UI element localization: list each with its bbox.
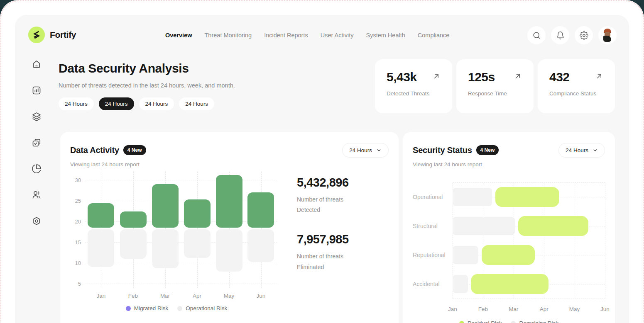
stat-label: Response Time	[468, 90, 522, 97]
bar-residual-risk-reputational	[482, 245, 535, 265]
data-activity-chart: 51015202530 JanFebMarAprMayJun Migrated …	[70, 172, 283, 311]
stat-cards: 5,43kDetected Threats125sResponse Time43…	[375, 59, 615, 113]
data-activity-header: Data Activity 4 New 24 Hours	[70, 142, 389, 158]
nav-item-system-health[interactable]: System Health	[366, 32, 405, 39]
gear-icon	[580, 31, 588, 40]
legend-item-residual-risk: Residual Risk	[459, 320, 502, 323]
filter-pill-2[interactable]: 24 Hours	[99, 97, 134, 110]
metric-eliminated: 7,957,985Number of threatsEliminated	[297, 233, 389, 272]
bar-migrated-risk-jan	[88, 203, 114, 228]
nav-item-overview[interactable]: Overview	[165, 32, 192, 39]
search-button[interactable]	[527, 26, 546, 44]
category-label-reputational: Reputational	[413, 252, 446, 258]
metric-value: 5,432,896	[297, 176, 389, 189]
legend-item-remaining-risk: Remaining Risk	[511, 320, 558, 323]
filter-pill-3[interactable]: 24 Hours	[139, 97, 174, 110]
metric-label: Number of threatsEliminated	[297, 251, 389, 272]
bell-button[interactable]	[551, 26, 569, 44]
legend-item-migrated-risk: Migrated Risk	[126, 305, 169, 311]
stat-label: Detected Threats	[387, 90, 441, 97]
y-tick-label: 20	[70, 219, 81, 225]
x-tick-label-apr: Apr	[193, 293, 201, 299]
x-tick-label-jun: Jun	[600, 306, 610, 312]
bar-migrated-risk-jun	[247, 192, 274, 228]
gear-button[interactable]	[575, 26, 593, 44]
gridline-h	[453, 299, 605, 299]
brand-name: Fortify	[50, 30, 76, 40]
stat-card-response-time[interactable]: 125sResponse Time	[456, 59, 534, 113]
bar-remaining-risk-accidental	[453, 275, 468, 293]
layers-icon	[32, 117, 42, 123]
bell-icon	[556, 31, 565, 40]
sidebar-item-home[interactable]	[32, 59, 42, 69]
nav-item-user-activity[interactable]: User Activity	[321, 32, 354, 39]
sidebar-item-analytics[interactable]	[32, 85, 42, 95]
metric-label-line1: Number of threats	[297, 251, 389, 262]
security-status-plot: OperationalStructuralReputationalAcciden…	[453, 182, 605, 299]
security-status-badge: 4 New	[476, 145, 499, 155]
sidebar-item-tasks[interactable]	[32, 138, 42, 148]
legend-label: Residual Risk	[468, 320, 502, 323]
metric-value: 7,957,985	[297, 233, 389, 246]
sidebar	[32, 59, 42, 226]
filter-pill-1[interactable]: 24 Hours	[59, 97, 94, 110]
avatar-beard	[603, 36, 611, 42]
sidebar-item-pie[interactable]	[32, 164, 42, 174]
nav-item-incident-reports[interactable]: Incident Reports	[264, 32, 308, 39]
legend-dot	[459, 321, 464, 323]
arrow-up-right-icon	[514, 72, 522, 82]
bar-migrated-risk-mar	[152, 184, 179, 228]
y-tick-label: 25	[70, 198, 81, 204]
brand: Fortify	[28, 27, 76, 43]
legend-dot	[177, 306, 182, 311]
security-status-range-dropdown[interactable]: 24 Hours	[558, 143, 605, 158]
metric-label-line2: Eliminated	[297, 262, 389, 272]
legend-dot	[511, 321, 516, 323]
y-tick-label: 30	[70, 177, 81, 183]
main-content: Data Security Analysis Number of threats…	[59, 58, 615, 323]
x-tick-label-may: May	[569, 306, 580, 312]
charts-row: Data Activity 4 New 24 Hours Viewing las…	[60, 132, 615, 323]
y-tick-label: 10	[70, 260, 81, 266]
gridline-h	[85, 284, 277, 284]
user-avatar[interactable]	[598, 26, 617, 44]
gridline-h	[453, 182, 605, 183]
users-icon	[32, 195, 42, 201]
sidebar-item-security[interactable]	[32, 216, 42, 226]
bar-operational-risk-apr	[184, 229, 211, 258]
fortify-logo-icon	[28, 27, 45, 43]
stat-card-compliance-status[interactable]: 432Compliance Status	[538, 59, 615, 113]
category-label-operational: Operational	[413, 194, 443, 200]
stat-value: 5,43k	[387, 70, 417, 84]
nav-item-compliance[interactable]: Compliance	[418, 32, 450, 39]
filter-pill-4[interactable]: 24 Hours	[179, 97, 214, 110]
sidebar-item-users[interactable]	[32, 190, 42, 200]
security-status-title: Security Status	[413, 146, 472, 155]
analytics-icon	[32, 90, 42, 97]
app-window: Fortify OverviewThreat MonitoringInciden…	[0, 0, 644, 323]
home-icon	[32, 64, 42, 70]
arrow-up-right-icon	[595, 72, 603, 82]
bar-migrated-risk-may	[216, 175, 242, 228]
bar-operational-risk-jun	[247, 229, 274, 262]
bar-operational-risk-may	[216, 229, 242, 272]
x-tick-label-jun: Jun	[257, 293, 266, 299]
nav-item-threat-monitoring[interactable]: Threat Monitoring	[205, 32, 252, 39]
data-activity-range-dropdown[interactable]: 24 Hours	[342, 143, 389, 158]
search-icon	[532, 31, 541, 40]
bar-operational-risk-feb	[120, 229, 147, 259]
bar-remaining-risk-reputational	[453, 246, 478, 264]
legend-label: Remaining Risk	[519, 320, 558, 323]
topbar-actions	[527, 26, 617, 44]
x-tick-label-feb: Feb	[128, 293, 138, 299]
sidebar-item-layers[interactable]	[32, 112, 42, 121]
stat-label: Compliance Status	[549, 90, 603, 97]
security-icon	[32, 221, 42, 227]
y-tick-label: 15	[70, 239, 81, 245]
stat-top: 125s	[468, 70, 522, 84]
data-activity-range-value: 24 Hours	[349, 147, 372, 153]
fortify-mark-icon	[32, 30, 42, 40]
security-status-legend: Residual RiskRemaining Risk	[413, 320, 605, 323]
bar-remaining-risk-operational	[453, 188, 492, 206]
stat-card-detected-threats[interactable]: 5,43kDetected Threats	[375, 59, 452, 113]
